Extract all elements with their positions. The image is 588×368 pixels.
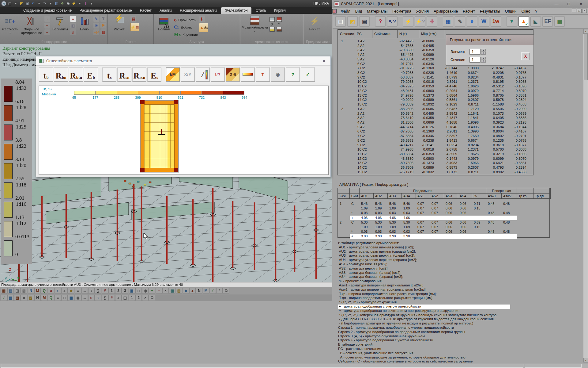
mosaic-toolbar-icon[interactable]: ◆ <box>183 288 189 294</box>
larm-title-bar[interactable]: ▦ ЛАРМ-САПР 2021 - [Larmsapr1] <box>332 0 588 8</box>
new-document-icon[interactable]: ▢ <box>7 1 13 6</box>
rebar-row[interactable]: +4.064.064.064.06 <box>338 216 549 220</box>
mosaic-toolbar-icon[interactable]: ▧ <box>21 288 27 294</box>
rsn-button[interactable]: Rsn <box>117 67 131 82</box>
mosaic-toolbar-icon[interactable]: 2 <box>135 295 142 301</box>
blocks-button[interactable]: Блоки <box>77 15 92 31</box>
menu-item-Вид[interactable]: Вид <box>353 9 365 14</box>
rebar-row[interactable]: +3.903.903.903.90 <box>338 234 549 239</box>
mosaic-toolbar-icon[interactable]: Ω <box>223 288 229 294</box>
flag-icon[interactable]: ⚑ <box>100 23 106 29</box>
frame-icon[interactable]: ⌐P <box>93 29 99 35</box>
stiffness-button[interactable]: EF + Жесткости▾ <box>1 15 19 35</box>
diagram-scale-button[interactable]: ╱ <box>196 67 210 82</box>
mosaic-toolbar-icon[interactable]: N <box>34 295 41 301</box>
mosaic-toolbar-icon[interactable]: ▤ <box>176 288 182 294</box>
rbn-button[interactable]: Rbn <box>54 67 68 82</box>
new-document-icon[interactable]: ▢ <box>335 16 346 27</box>
mosaic-toolbar-icon[interactable]: ∑ <box>95 288 101 294</box>
scrollbar-thumb[interactable] <box>584 34 588 80</box>
mosaic-toolbar-icon[interactable]: × <box>142 295 149 301</box>
table-row[interactable]: 11 C2-84.7975-0.0359-4.47461.9626-0.5312… <box>338 84 533 89</box>
mosaic-toolbar-icon[interactable]: 2 <box>115 288 122 294</box>
table-row[interactable]: 4 A2-81.2306-0.06994.16581.90960.3923-0.… <box>338 120 533 125</box>
additional-button[interactable]: Cr Добав. <box>174 24 198 30</box>
mosaic-toolbar-icon[interactable]: # <box>108 295 115 301</box>
calculate-query-icon[interactable]: ⚡? <box>415 16 425 27</box>
mosaic-toolbar-icon[interactable]: ▣ <box>68 295 74 301</box>
menu-item-?[interactable]: ? <box>533 9 540 14</box>
minimize-icon[interactable]: — <box>552 1 561 7</box>
table-row[interactable]: 5 A2-44.6714-0.01260.78460.40050.3684-0.… <box>338 125 533 129</box>
column-header-AS1[interactable]: AS1 <box>416 194 430 199</box>
mosaic-toolbar-icon[interactable]: ◫ <box>122 295 128 301</box>
punching-calc-button[interactable]: ⚡ Расчет <box>304 15 325 31</box>
vertical-scrollbar[interactable]: ▲ ▼ <box>583 29 588 362</box>
tab-Железобетон[interactable]: Железобетон <box>221 7 251 14</box>
table-row[interactable]: 13 C2-84.9726-0.1373-3.68641.5966-0.8705… <box>338 93 533 98</box>
rebar-table[interactable]: ПродольнаяПоперечнаяСечСимAU1AU2AU3AU4AS… <box>337 188 550 238</box>
table-row[interactable]: 8 C2-40.79830.0238-1.46190.6674-0.2208-0… <box>338 71 533 75</box>
mdi-restore-icon[interactable]: □ <box>577 9 582 13</box>
camera-icon[interactable]: ◉ <box>66 1 71 6</box>
help-button[interactable]: ? <box>286 67 300 82</box>
section-input[interactable]: 1 <box>469 57 481 63</box>
grid-icon[interactable]: ▦ <box>100 29 106 35</box>
mosaic-toolbar-icon[interactable]: ≡ <box>55 295 61 301</box>
calculate-lightning-icon[interactable]: ⚡ <box>71 1 77 6</box>
mosaic-toolbar-icon[interactable]: □ <box>135 288 142 294</box>
spin-up-icon[interactable]: ▲ <box>481 57 486 59</box>
column-header-Asw2[interactable]: Asw2 <box>502 194 517 199</box>
column-header-N (т)[interactable]: N (т) <box>398 30 419 38</box>
mosaic-toolbar-icon[interactable]: ▲ <box>115 295 122 301</box>
column-header-AU4[interactable]: AU4 <box>402 194 416 199</box>
scroll-down-icon[interactable]: ▼ <box>583 358 588 362</box>
mdi-close-icon[interactable]: × <box>582 9 587 13</box>
full-rebar-button[interactable]: As Полная <box>155 15 173 31</box>
tee-icon[interactable]: T <box>100 16 106 22</box>
apply-button[interactable]: ✓ <box>301 67 315 82</box>
torsion-button[interactable]: Mx Кручение <box>174 32 198 37</box>
column-header-РС[interactable]: РС <box>355 30 372 38</box>
close-dialog-button[interactable]: X <box>521 52 530 60</box>
bar-tool-icon[interactable]: ⌁ <box>44 16 50 22</box>
column-header-Тр.дл[interactable]: Тр.дл <box>533 194 551 199</box>
mosaic-toolbar-icon[interactable]: Ω <box>149 295 155 301</box>
menu-item-Опции[interactable]: Опции <box>503 9 519 14</box>
strength-button[interactable]: σ Прочность <box>174 17 198 23</box>
column-header-Mkp (т*м)[interactable]: Mkp (т*м) <box>419 30 445 38</box>
dropdown-icon[interactable]: ▾ <box>77 1 82 6</box>
tab-Расширенное редактирование[interactable]: Расширенное редактирование <box>76 7 136 14</box>
mosaic-toolbar-icon[interactable]: ≡ <box>75 288 81 294</box>
mosaic-toolbar-icon[interactable]: ↔ <box>81 288 88 294</box>
mosaic-toolbar-icon[interactable]: ▣ <box>129 288 135 294</box>
column-header-Тр.кр[interactable]: Тр.кр <box>517 194 533 199</box>
column-header-AS2[interactable]: AS2 <box>430 194 444 199</box>
tab-Расширенный анализ[interactable]: Расширенный анализ <box>176 7 221 14</box>
bar-tool-icon[interactable]: ⌁ <box>44 23 50 29</box>
snapshot-camera-button[interactable]: ◉ <box>271 67 285 82</box>
fire-results-dialog-title[interactable]: Результаты расчета огнестойкости <box>446 35 533 45</box>
mosaic-toolbar-icon[interactable]: ↕ <box>88 288 95 294</box>
mosaic-toolbar-icon[interactable]: N <box>28 288 34 294</box>
mosaic-toolbar-icon[interactable]: ▤ <box>14 295 21 301</box>
spin-down-icon[interactable]: ▼ <box>481 52 486 55</box>
lira-title-bar[interactable]: Л ▢▾◩▣↶▾↷▾◧❖◉⚡▾▮▾ ПК ЛИРА <box>0 0 332 7</box>
fire-resistance-icon[interactable]: ▲✓ <box>518 16 529 27</box>
open-file-icon[interactable]: ◩ <box>19 1 24 6</box>
maximize-icon[interactable]: □ <box>564 1 573 7</box>
es-button[interactable]: Es <box>147 67 161 82</box>
rays-add-icon[interactable]: ✳ <box>93 23 99 29</box>
table-row[interactable]: 8 C2-36.58630.02381.54130.66740.1235-0.0… <box>338 138 533 143</box>
table-row[interactable]: 12 C2-43.8330-0.08000.14430.09790.6099-0… <box>338 156 533 161</box>
book-icon[interactable]: ❖ <box>60 1 65 6</box>
element-input[interactable]: 1 <box>469 49 481 55</box>
menu-item-Файл[interactable]: Файл <box>338 9 353 14</box>
column-header-AU3[interactable]: AU3 <box>388 194 402 199</box>
close-icon[interactable]: × <box>321 58 327 63</box>
mosaic-toolbar-icon[interactable]: ▦ <box>7 295 14 301</box>
rebar-row[interactable]: *0.030.030.030.030.070.070.060.060.480.4… <box>338 229 549 234</box>
tab-Расчет[interactable]: Расчет <box>136 7 155 14</box>
xy-section-button[interactable]: X/Y <box>181 67 195 82</box>
tab-Анализ[interactable]: Анализ <box>156 7 176 14</box>
